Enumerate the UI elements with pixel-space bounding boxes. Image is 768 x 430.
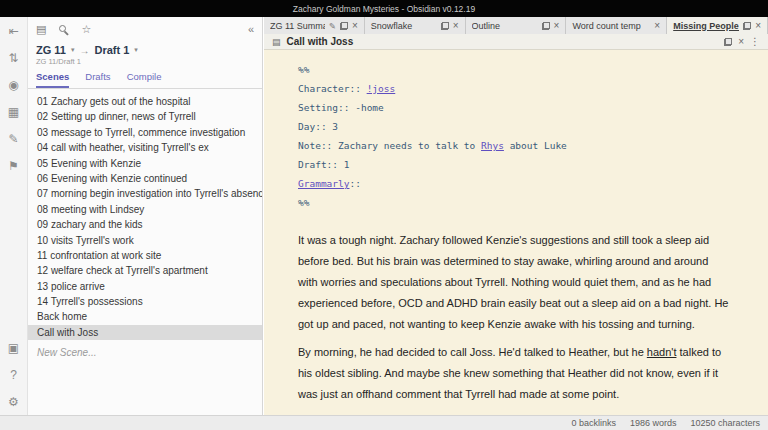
file-explorer-icon[interactable]: ▤ bbox=[36, 23, 46, 36]
collapse-sidebar-icon[interactable]: ⇤ bbox=[0, 17, 28, 44]
tab-drafts[interactable]: Drafts bbox=[85, 71, 110, 88]
linked-pane-icon[interactable] bbox=[743, 22, 751, 30]
scene-item[interactable]: 05 Evening with Kenzie bbox=[28, 156, 262, 171]
pane-tab-word-count-temp[interactable]: Word count temp × bbox=[566, 17, 667, 34]
scene-item[interactable]: 02 Setting up dinner, news of Tyrrell bbox=[28, 109, 262, 124]
paragraph-1[interactable]: It was a tough night. Zachary followed K… bbox=[298, 230, 730, 335]
scene-item[interactable]: 12 welfare check at Tyrrell's apartment bbox=[28, 263, 262, 278]
scene-item-selected[interactable]: Call with Joss bbox=[28, 325, 262, 340]
meta-setting-line: Setting:: -home bbox=[298, 98, 732, 117]
linked-pane-icon[interactable] bbox=[542, 22, 550, 30]
main-pane: ZG 11 Summary ✎ × Snowflake × Outline × … bbox=[264, 17, 768, 415]
project-name[interactable]: ZG 11 bbox=[36, 44, 66, 56]
scene-item[interactable]: 07 morning begin investigation into Tyrr… bbox=[28, 186, 262, 201]
scene-item[interactable]: 08 meeting with Lindsey bbox=[28, 202, 262, 217]
scene-item[interactable]: 01 Zachary gets out of the hospital bbox=[28, 94, 262, 109]
word-count: 1986 words bbox=[630, 418, 677, 428]
scene-item[interactable]: 06 Evening with Kenzie continued bbox=[28, 171, 262, 186]
more-options-icon[interactable]: ⋮ bbox=[750, 36, 760, 47]
note-title: Call with Joss bbox=[287, 36, 719, 47]
meta-draft-line: Draft:: 1 bbox=[298, 155, 732, 174]
rhys-link[interactable]: Rhys bbox=[481, 140, 504, 151]
paragraph-2[interactable]: By morning, he had decided to call Joss.… bbox=[298, 342, 730, 405]
vault-switcher-icon[interactable]: ▣ bbox=[0, 334, 28, 361]
sidebar-view-switcher: ▤ ☆ « bbox=[28, 17, 262, 41]
character-link[interactable]: !joss bbox=[367, 83, 396, 94]
linked-pane-icon[interactable] bbox=[724, 38, 732, 46]
tab-compile[interactable]: Compile bbox=[127, 71, 162, 88]
status-bar: 0 backlinks 1986 words 10250 characters bbox=[0, 415, 768, 430]
settings-gear-icon[interactable]: ⚙ bbox=[0, 388, 28, 415]
edit-pencil-icon[interactable]: ✎ bbox=[329, 21, 336, 31]
close-tab-icon[interactable]: × bbox=[453, 20, 459, 31]
close-tab-icon[interactable]: × bbox=[554, 20, 560, 31]
editor-content[interactable]: %% Character:: !joss Setting:: -home Day… bbox=[264, 50, 768, 415]
window-title: Zachary Goldman Mysteries - Obsidian v0.… bbox=[293, 4, 475, 14]
meta-character-line: Character:: !joss bbox=[298, 79, 732, 98]
linked-pane-icon[interactable] bbox=[340, 22, 348, 30]
scene-item[interactable]: 09 zachary and the kids bbox=[28, 217, 262, 232]
tab-scenes[interactable]: Scenes bbox=[36, 71, 69, 88]
backlinks-count[interactable]: 0 backlinks bbox=[571, 418, 616, 428]
daily-note-icon[interactable]: ▦ bbox=[0, 98, 28, 125]
character-count: 10250 characters bbox=[690, 418, 760, 428]
graph-view-icon[interactable]: ◉ bbox=[0, 71, 28, 98]
pane-tab-zg11-summary[interactable]: ZG 11 Summary ✎ × bbox=[264, 17, 365, 34]
scene-item[interactable]: 13 police arrive bbox=[28, 279, 262, 294]
search-icon[interactable] bbox=[58, 24, 69, 35]
window-titlebar: Zachary Goldman Mysteries - Obsidian v0.… bbox=[0, 0, 768, 17]
note-body[interactable]: It was a tough night. Zachary followed K… bbox=[298, 230, 730, 405]
project-path: ZG 11/Draft 1 bbox=[36, 57, 254, 66]
scene-item[interactable]: 03 message to Tyrrell, commence investig… bbox=[28, 125, 262, 140]
new-scene-button[interactable]: New Scene... bbox=[28, 340, 262, 365]
meta-grammarly-line: Grammarly:: bbox=[298, 174, 732, 193]
ribbon-bottom: ▣ ? ⚙ bbox=[0, 334, 28, 415]
pane-tab-missing-people[interactable]: Missing People S × bbox=[667, 17, 768, 34]
scene-list: 01 Zachary gets out of the hospital 02 S… bbox=[28, 89, 262, 415]
scene-item[interactable]: Back home bbox=[28, 309, 262, 324]
quick-switcher-icon[interactable]: ⇅ bbox=[0, 44, 28, 71]
scene-item[interactable]: 04 call with heather, visiting Tyrrell's… bbox=[28, 140, 262, 155]
underlined-word: hadn't bbox=[647, 346, 677, 358]
frontmatter-comment-block[interactable]: %% Character:: !joss Setting:: -home Day… bbox=[298, 60, 732, 212]
draft-name[interactable]: Draft 1 bbox=[94, 44, 129, 56]
document-icon: ▤ bbox=[272, 37, 281, 47]
close-tab-icon[interactable]: × bbox=[352, 20, 358, 31]
editor-header: ▤ Call with Joss × ⋮ bbox=[264, 34, 768, 50]
meta-note-line: Note:: Zachary needs to talk to Rhys abo… bbox=[298, 136, 732, 155]
longform-project-header: ZG 11 ▾ → Draft 1 ▾ ZG 11/Draft 1 bbox=[28, 41, 262, 66]
longform-tabs: Scenes Drafts Compile bbox=[28, 66, 262, 89]
scene-item[interactable]: 11 confrontation at work site bbox=[28, 248, 262, 263]
draft-chevron-icon[interactable]: ▾ bbox=[134, 46, 138, 54]
linked-pane-icon[interactable] bbox=[441, 22, 449, 30]
insert-template-icon[interactable]: ✎ bbox=[0, 125, 28, 152]
grammarly-link[interactable]: Grammarly bbox=[298, 178, 349, 189]
arrow-icon: → bbox=[79, 45, 89, 56]
pane-tab-outline[interactable]: Outline × bbox=[466, 17, 567, 34]
scene-item[interactable]: 14 Tyrrell's possessions bbox=[28, 294, 262, 309]
close-tab-icon[interactable]: × bbox=[755, 20, 761, 31]
pane-tabbar: ZG 11 Summary ✎ × Snowflake × Outline × … bbox=[264, 17, 768, 34]
command-palette-icon[interactable]: ⚑ bbox=[0, 152, 28, 179]
close-pane-icon[interactable]: × bbox=[738, 36, 744, 47]
collapse-panel-icon[interactable]: « bbox=[248, 23, 254, 35]
star-icon[interactable]: ☆ bbox=[81, 23, 91, 36]
left-sidebar: ▤ ☆ « ZG 11 ▾ → Draft 1 ▾ ZG 11/Draft 1 … bbox=[28, 17, 263, 415]
comment-open: %% bbox=[298, 60, 732, 79]
help-icon[interactable]: ? bbox=[0, 361, 28, 388]
meta-day-line: Day:: 3 bbox=[298, 117, 732, 136]
ribbon: ⇤ ⇅ ◉ ▦ ✎ ⚑ ▣ ? ⚙ bbox=[0, 17, 28, 415]
scene-item[interactable]: 10 visits Tyrrell's work bbox=[28, 233, 262, 248]
close-tab-icon[interactable]: × bbox=[654, 20, 660, 31]
comment-close: %% bbox=[298, 193, 732, 212]
project-chevron-icon[interactable]: ▾ bbox=[71, 46, 75, 54]
pane-tab-snowflake[interactable]: Snowflake × bbox=[365, 17, 466, 34]
